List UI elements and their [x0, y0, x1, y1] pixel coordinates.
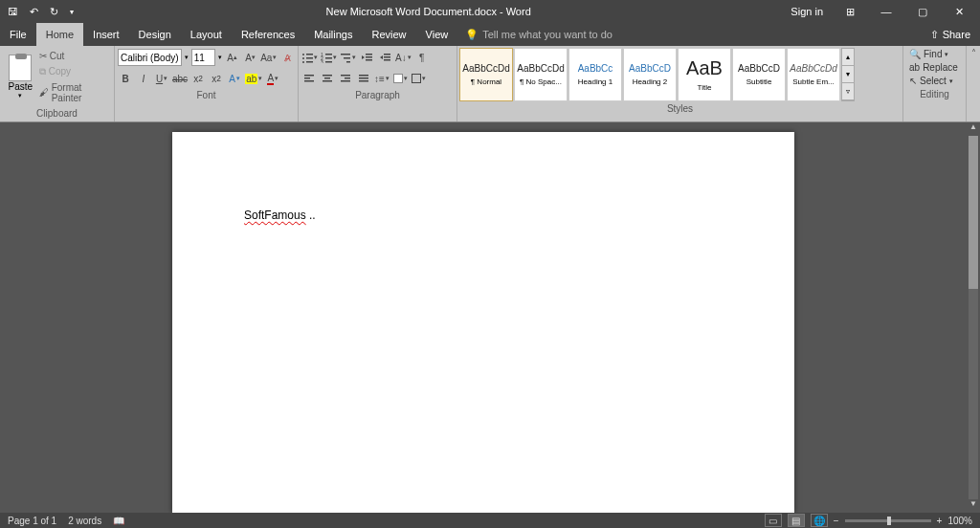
minimize-button[interactable]: —	[869, 0, 903, 23]
cut-button[interactable]: ✂Cut	[39, 51, 108, 61]
change-case-button[interactable]: Aa	[261, 49, 277, 66]
maximize-button[interactable]: ▢	[905, 0, 940, 23]
style-item[interactable]: AaBbCcHeading 1	[568, 48, 622, 101]
bullets-button[interactable]	[301, 49, 318, 66]
svg-rect-28	[345, 77, 350, 79]
status-page[interactable]: Page 1 of 1	[8, 516, 56, 526]
shrink-font-button[interactable]: A▾	[243, 49, 258, 66]
redo-icon[interactable]: ↻	[50, 6, 58, 18]
superscript-button[interactable]: x2	[209, 70, 224, 87]
tab-mailings[interactable]: Mailings	[304, 23, 362, 46]
strikethrough-button[interactable]: abc	[172, 70, 188, 87]
style-item[interactable]: AaBTitle	[678, 48, 731, 101]
copy-icon: ⧉	[39, 66, 46, 77]
style-name: Heading 2	[633, 77, 667, 86]
spellcheck-icon[interactable]: 📖	[113, 516, 124, 526]
select-button[interactable]: ↖Select▾	[909, 76, 960, 86]
tab-insert[interactable]: Insert	[83, 23, 129, 46]
document-workspace[interactable]: SoftFamous ..	[0, 122, 967, 513]
share-button[interactable]: ⇧ Share	[930, 29, 970, 41]
svg-rect-24	[323, 75, 332, 77]
underline-button[interactable]: U	[154, 70, 169, 87]
save-icon[interactable]: 🖫	[8, 6, 18, 17]
line-spacing-button[interactable]: ↕≡	[374, 70, 390, 87]
tab-file[interactable]: File	[0, 23, 36, 46]
style-name: Subtle Em...	[792, 77, 835, 86]
group-label-styles: Styles	[457, 103, 902, 117]
sort-button[interactable]: A↓	[395, 49, 412, 66]
font-size-combo[interactable]: 11	[191, 49, 215, 66]
svg-rect-21	[304, 75, 314, 77]
svg-rect-32	[359, 80, 368, 82]
format-painter-button[interactable]: 🖌Format Painter	[39, 82, 108, 103]
web-layout-button[interactable]: 🌐	[811, 514, 828, 527]
text-effects-button[interactable]: A	[227, 70, 242, 87]
tellme-search[interactable]: 💡 Tell me what you want to do	[465, 29, 612, 41]
highlight-button[interactable]: ab	[245, 70, 262, 87]
collapse-ribbon-button[interactable]: ˄	[967, 46, 980, 121]
svg-rect-18	[384, 54, 390, 55]
subscript-button[interactable]: x2	[190, 70, 206, 87]
document-text[interactable]: SoftFamous ..	[244, 209, 316, 222]
zoom-slider[interactable]	[845, 519, 931, 522]
styles-gallery[interactable]: AaBbCcDd¶ NormalAaBbCcDd¶ No Spac...AaBb…	[457, 46, 902, 103]
scroll-up-icon[interactable]: ▲	[967, 122, 980, 136]
status-words[interactable]: 2 words	[68, 516, 101, 526]
style-item[interactable]: AaBbCcDSubtitle	[732, 48, 786, 101]
vertical-scrollbar[interactable]: ▲ ▼	[967, 122, 980, 513]
zoom-level[interactable]: 100%	[947, 516, 972, 526]
style-name: Subtitle	[746, 77, 772, 86]
tab-design[interactable]: Design	[129, 23, 181, 46]
replace-button[interactable]: abReplace	[909, 62, 960, 73]
align-left-button[interactable]	[301, 70, 317, 87]
print-layout-button[interactable]: ▤	[788, 514, 805, 527]
chevron-down-icon[interactable]: ▾	[218, 54, 222, 61]
italic-button[interactable]: I	[136, 70, 151, 87]
bold-button[interactable]: B	[118, 70, 133, 87]
signin-button[interactable]: Sign in	[783, 0, 831, 23]
read-mode-button[interactable]: ▭	[765, 514, 782, 527]
tab-review[interactable]: Review	[363, 23, 416, 46]
find-button[interactable]: 🔍Find▾	[909, 49, 960, 59]
titlebar: 🖫 ↶ ↻ ▾ New Microsoft Word Document.docx…	[0, 0, 980, 23]
style-preview: AaBbCcD	[738, 63, 780, 74]
styles-more-button[interactable]: ▴▾▿	[841, 48, 855, 101]
document-page[interactable]: SoftFamous ..	[172, 132, 794, 513]
font-name-combo[interactable]: Calibri (Body)	[118, 49, 182, 66]
chevron-down-icon[interactable]: ▾	[185, 54, 189, 61]
show-marks-button[interactable]: ¶	[414, 49, 430, 66]
increase-indent-button[interactable]	[377, 49, 392, 66]
align-center-button[interactable]	[320, 70, 335, 87]
tab-view[interactable]: View	[416, 23, 458, 46]
font-color-button[interactable]: A	[265, 70, 280, 87]
zoom-in-button[interactable]: +	[937, 516, 943, 526]
svg-rect-5	[306, 61, 313, 63]
zoom-out-button[interactable]: −	[834, 516, 839, 526]
numbering-button[interactable]: 123	[321, 49, 337, 66]
shading-button[interactable]	[392, 70, 408, 87]
close-button[interactable]: ✕	[942, 0, 976, 23]
decrease-indent-button[interactable]	[359, 49, 374, 66]
ribbon-display-icon[interactable]: ⊞	[833, 0, 867, 23]
style-item[interactable]: AaBbCcDHeading 2	[623, 48, 677, 101]
justify-button[interactable]	[356, 70, 371, 87]
svg-rect-13	[344, 57, 350, 59]
copy-button[interactable]: ⧉Copy	[39, 66, 108, 77]
clear-formatting-button[interactable]: A̷	[279, 49, 295, 66]
grow-font-button[interactable]: A▴	[225, 49, 240, 66]
undo-icon[interactable]: ↶	[30, 6, 38, 18]
align-right-button[interactable]	[338, 70, 353, 87]
paste-button[interactable]: Paste ▾	[4, 48, 37, 106]
tab-layout[interactable]: Layout	[181, 23, 232, 46]
svg-point-2	[302, 57, 304, 59]
style-item[interactable]: AaBbCcDdSubtle Em...	[787, 48, 840, 101]
style-item[interactable]: AaBbCcDd¶ No Spac...	[514, 48, 568, 101]
scrollbar-thumb[interactable]	[969, 136, 978, 289]
svg-rect-20	[384, 59, 390, 61]
borders-button[interactable]	[411, 70, 426, 87]
multilevel-list-button[interactable]	[340, 49, 356, 66]
style-item[interactable]: AaBbCcDd¶ Normal	[459, 48, 513, 101]
scroll-down-icon[interactable]: ▼	[967, 499, 980, 513]
tab-home[interactable]: Home	[36, 23, 83, 46]
tab-references[interactable]: References	[232, 23, 304, 46]
